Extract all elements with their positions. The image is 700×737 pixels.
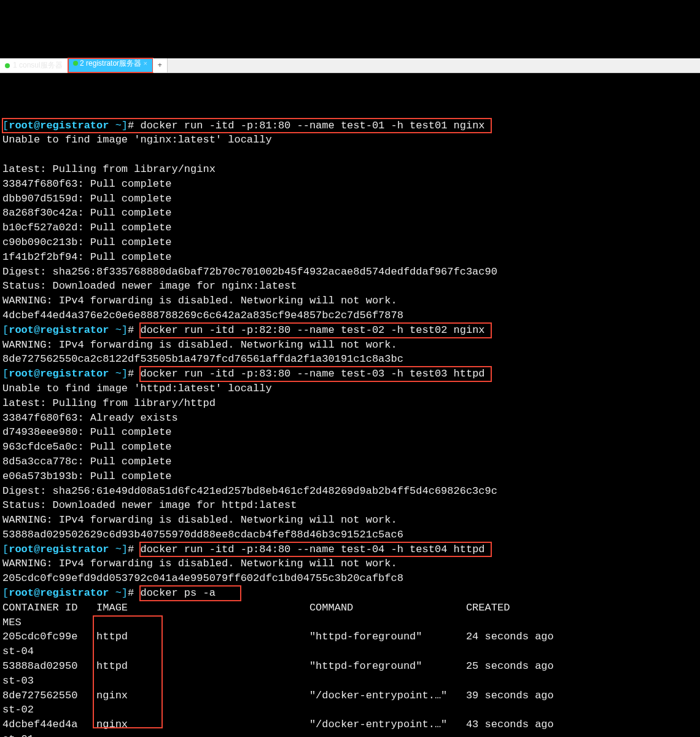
prompt-close: ] — [122, 368, 128, 380]
output-line: 205cdc0fc99efd9dd053792c041a4e995079ff60… — [2, 572, 403, 584]
prompt-open: [ — [2, 120, 9, 131]
output-line: 963cfdce5a0c: Pull complete — [2, 441, 171, 453]
output-line: Unable to find image 'nginx:latest' loca… — [2, 134, 272, 146]
prompt-path: ~ — [109, 544, 121, 555]
cmd-ps: docker ps -a — [140, 587, 215, 599]
prompt-user: root — [9, 587, 34, 599]
output-line: dbb907d5159d: Pull complete — [2, 193, 171, 205]
cmd-run-2: docker run -itd -p:82:80 --name test-02 … — [140, 324, 484, 336]
prompt-host: registrator — [40, 120, 109, 131]
prompt-path: ~ — [109, 368, 121, 380]
output-line: 8d5a3cca778c: Pull complete — [2, 456, 171, 467]
tab-bar: 1 consul服务器 2 registrator服务器 × + — [0, 58, 700, 73]
output-line: 1f41b2f2bf94: Pull complete — [2, 251, 171, 263]
output-line: Status: Downloaded newer image for nginx… — [2, 280, 297, 292]
output-line: 53888ad029502629c6d93b40755970dd88ee8cda… — [2, 529, 403, 540]
prompt-host: registrator — [40, 587, 109, 599]
output-line: WARNING: IPv4 forwarding is disabled. Ne… — [2, 558, 397, 569]
table-row: 205cdc0fc99e httpd "httpd-foreground" 24… — [2, 631, 554, 642]
output-line: 8de727562550ca2c8122df53505b1a4797fcd765… — [2, 353, 403, 365]
ps-header: CONTAINER ID IMAGE COMMAND CREATED — [2, 602, 510, 614]
output-line: latest: Pulling from library/httpd — [2, 397, 216, 409]
prompt-hash: # — [128, 324, 140, 336]
output-line: Unable to find image 'httpd:latest' loca… — [2, 383, 272, 394]
prompt-close: ] — [122, 544, 128, 555]
prompt-host: registrator — [40, 368, 109, 380]
prompt-open: [ — [2, 544, 9, 555]
prompt-path: ~ — [109, 324, 121, 336]
table-row: 53888ad02950 httpd "httpd-foreground" 25… — [2, 660, 554, 672]
output-line: st-02 — [2, 704, 34, 716]
close-icon[interactable]: × — [143, 60, 147, 67]
prompt-at: @ — [34, 120, 40, 131]
prompt-path: ~ — [109, 120, 121, 131]
prompt-close: ] — [122, 120, 128, 131]
prompt-open: [ — [2, 324, 9, 336]
prompt-host: registrator — [40, 544, 109, 555]
prompt-path: ~ — [109, 587, 121, 599]
tab-registrator[interactable]: 2 registrator服务器 × — [68, 58, 153, 72]
cmd-run-4: docker run -itd -p:84:80 --name test-04 … — [140, 544, 484, 555]
table-row: 8de727562550 nginx "/docker-entrypoint.…… — [2, 690, 554, 701]
prompt-close: ] — [122, 587, 128, 599]
output-line: 4dcbef44ed4a376e2c0e6e888788269c6c642a2a… — [2, 310, 403, 321]
output-line: 33847f680f63: Already exists — [2, 412, 178, 424]
output-line: 8a268f30c42a: Pull complete — [2, 207, 171, 219]
prompt-user: root — [9, 368, 34, 380]
new-tab-button[interactable]: + — [153, 58, 168, 72]
prompt-host: registrator — [40, 324, 109, 336]
output-line: 33847f680f63: Pull complete — [2, 178, 171, 190]
output-line: e06a573b193b: Pull complete — [2, 470, 171, 482]
tab-label: 1 consul服务器 — [13, 60, 63, 71]
prompt-at: @ — [34, 324, 40, 336]
output-line: st-04 — [2, 645, 34, 657]
prompt-open: [ — [2, 587, 9, 599]
output-line: Digest: sha256:61e49dd08a51d6fc421ed257b… — [2, 485, 497, 497]
output-line: st-03 — [2, 675, 34, 687]
output-line: WARNING: IPv4 forwarding is disabled. Ne… — [2, 514, 397, 526]
status-dot-icon — [5, 63, 10, 68]
prompt-hash: # — [128, 587, 140, 599]
output-line: b10cf527a02d: Pull complete — [2, 222, 171, 233]
table-row: 4dcbef44ed4a nginx "/docker-entrypoint.…… — [2, 719, 554, 730]
prompt-user: root — [9, 120, 34, 131]
cmd-run-3: docker run -itd -p:83:80 --name test-03 … — [140, 368, 484, 380]
output-line: d74938eee980: Pull complete — [2, 426, 171, 438]
output-line: Status: Downloaded newer image for httpd… — [2, 499, 297, 511]
prompt-at: @ — [34, 368, 40, 380]
prompt-hash: # — [128, 120, 140, 131]
output-line: WARNING: IPv4 forwarding is disabled. Ne… — [2, 295, 397, 306]
prompt-user: root — [9, 544, 34, 555]
output-line: MES — [2, 617, 21, 628]
output-line: c90b090c213b: Pull complete — [2, 236, 171, 248]
prompt-open: [ — [2, 368, 9, 380]
prompt-at: @ — [34, 587, 40, 599]
cmd-run-1: docker run -itd -p:81:80 --name test-01 … — [140, 120, 484, 131]
prompt-user: root — [9, 324, 34, 336]
status-dot-icon — [73, 61, 78, 66]
prompt-hash: # — [128, 368, 140, 380]
output-line: WARNING: IPv4 forwarding is disabled. Ne… — [2, 339, 397, 351]
output-line: st-01 — [2, 733, 34, 737]
tab-label: 2 registrator服务器 — [80, 59, 141, 68]
terminal-output[interactable]: [root@registrator ~]# docker run -itd -p… — [0, 103, 700, 737]
output-line: Digest: sha256:8f335768880da6baf72b70c70… — [2, 266, 497, 278]
output-line: latest: Pulling from library/nginx — [2, 163, 216, 175]
prompt-at: @ — [34, 544, 40, 555]
prompt-hash: # — [128, 544, 140, 555]
tab-consul[interactable]: 1 consul服务器 — [0, 58, 68, 72]
prompt-close: ] — [122, 324, 128, 336]
